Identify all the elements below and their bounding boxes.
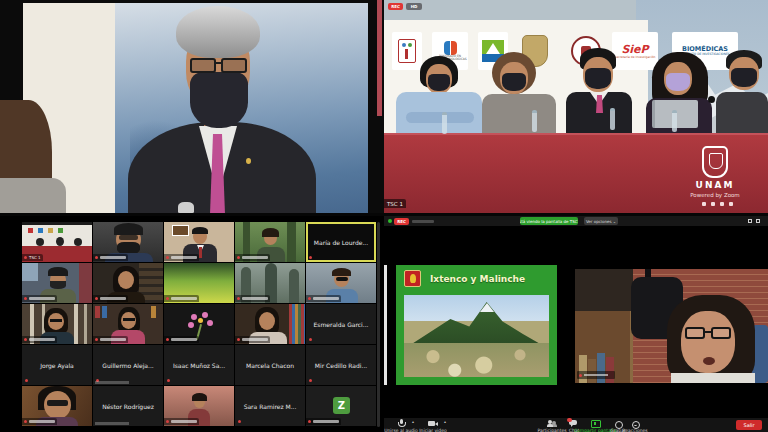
video-edge-sliver: [377, 0, 382, 116]
participant-tile[interactable]: Z: [306, 386, 376, 426]
rec-badge: REC: [388, 3, 403, 10]
table-microphone: [708, 96, 715, 103]
microphone: [178, 202, 194, 213]
participant-tile[interactable]: [22, 263, 92, 303]
glasses-left-lens: [685, 327, 705, 339]
quality-badge: HD: [406, 3, 422, 10]
powered-by-zoom-label: Powered by Zoom: [680, 192, 750, 198]
screenshare-pane: REC Está viendo la pantalla de TSC 1 Ver…: [384, 216, 768, 432]
participant-tile[interactable]: [93, 263, 163, 303]
glasses-left-lens: [190, 58, 216, 73]
participant-tile[interactable]: [22, 304, 92, 344]
tile-name-label: Esmeralda Garci...: [313, 321, 368, 328]
zoom-toolbar: Unirse al audio▴ Iniciar video▴ Particip…: [384, 418, 768, 432]
tile-name-label: Néstor Rodríguez: [102, 403, 154, 410]
glasses-right-lens: [221, 58, 247, 73]
lapel-pin: [246, 158, 251, 164]
participant-tile[interactable]: [93, 304, 163, 344]
mouth-open-talking: [703, 357, 715, 365]
participant-tile[interactable]: [306, 263, 376, 303]
participant-tile[interactable]: [164, 263, 234, 303]
tile-name-label: TSC 1: [29, 255, 41, 260]
presenter-blouse: [671, 373, 755, 383]
siep-label: SieP: [621, 43, 648, 56]
shared-slide: Ixtenco y Malinche: [396, 265, 557, 385]
unam-tablecloth-crest: [702, 146, 728, 178]
shelf-shadow: [575, 269, 633, 311]
view-options-dropdown[interactable]: Ver opciones ⌄: [584, 217, 618, 225]
unam-wordmark: UNAM: [690, 180, 740, 190]
water-bottle: [442, 112, 447, 134]
facmed-crest-logo: [392, 32, 422, 70]
tile-name-label: Sara Ramirez M...: [244, 403, 297, 410]
glasses-bridge: [705, 331, 711, 333]
join-audio-button[interactable]: Unirse al audio▴: [386, 419, 416, 432]
active-speaker-tile[interactable]: María de Lourde...: [306, 222, 376, 262]
participant-tile[interactable]: [235, 263, 305, 303]
glasses-bridge: [214, 62, 222, 64]
mic-icon: [396, 419, 406, 428]
fullscreen-icon[interactable]: [748, 219, 752, 223]
glasses-right-lens: [711, 327, 731, 339]
share-screen-icon: [590, 419, 600, 428]
participant-tile[interactable]: Mir Cedillo Radi...: [306, 345, 376, 385]
participant-tile[interactable]: Guillermo Aleja...: [93, 345, 163, 385]
participant-tile[interactable]: [235, 304, 305, 344]
gray-hair: [176, 6, 260, 58]
participant-tile[interactable]: [93, 222, 163, 262]
rec-badge: REC: [394, 218, 409, 225]
participant-tile[interactable]: Jorge Ayala: [22, 345, 92, 385]
recording-status-text: [412, 220, 434, 223]
tablecloth-icons: [702, 202, 742, 206]
participant-tile[interactable]: Isaac Muñoz Sa...: [164, 345, 234, 385]
panel-room-video-pane: POSGRADO EN CIENCIAS BIOLÓGICAS SieP Sec…: [384, 0, 768, 213]
chat-notification-badge: [567, 418, 572, 422]
presenter-name-label: [577, 371, 615, 379]
participant-tile[interactable]: [164, 222, 234, 262]
water-bottle: [610, 108, 615, 130]
tile-name-label: Jorge Ayala: [40, 362, 73, 369]
second-person-sweater: [0, 178, 66, 213]
participants-icon: [547, 419, 557, 428]
water-bottle: [532, 110, 537, 132]
presenter-video: [575, 269, 768, 383]
exit-fullscreen-icon[interactable]: [756, 219, 760, 223]
meeting-topbar: REC Está viendo la pantalla de TSC 1 Ver…: [384, 216, 768, 226]
siep-logo: SieP Secretaría de Investigación: [612, 32, 658, 70]
start-video-button[interactable]: Iniciar video▴: [418, 419, 448, 432]
participant-tile[interactable]: Esmeralda Garci...: [306, 304, 376, 344]
encryption-dot: [388, 219, 392, 223]
participant-tile[interactable]: [22, 386, 92, 426]
tile-name-label: Mir Cedillo Radi...: [315, 362, 367, 369]
camera-icon: [428, 419, 438, 428]
terrain-foreground: [404, 343, 549, 377]
participant-tile[interactable]: Sara Ramirez M...: [235, 386, 305, 426]
participant-tile[interactable]: [164, 386, 234, 426]
participant-name-label: TSC 1: [384, 199, 406, 208]
ixtenco-emblem: [404, 270, 421, 287]
tile-name-label: Guillermo Aleja...: [102, 362, 153, 369]
tile-name-label: María de Lourde...: [314, 239, 368, 246]
chat-icon: [569, 419, 579, 428]
participant-tile[interactable]: [164, 304, 234, 344]
book: [606, 357, 614, 383]
malinche-terrain-image: [404, 295, 549, 377]
slide-title: Ixtenco y Malinche: [430, 274, 525, 284]
participant-tile[interactable]: Marcela Chacon: [235, 345, 305, 385]
tile-name-label: Marcela Chacon: [246, 362, 294, 369]
speaker-video-pane: [0, 0, 384, 213]
water-bottle: [672, 110, 677, 132]
viewing-screen-banner: Está viendo la pantalla de TSC 1: [520, 217, 578, 225]
zoom-meeting-screen: POSGRADO EN CIENCIAS BIOLÓGICAS SieP Sec…: [0, 0, 768, 432]
participant-tile[interactable]: [235, 222, 305, 262]
tile-name-label: Isaac Muñoz Sa...: [173, 362, 225, 369]
leave-meeting-button[interactable]: Salir: [736, 420, 762, 430]
reactions-icon: [630, 419, 640, 428]
participant-tile[interactable]: Néstor Rodríguez: [93, 386, 163, 426]
gallery-pane: TSC 1 María de Lourde: [0, 216, 384, 432]
reactions-button[interactable]: Reacciones: [620, 419, 650, 432]
participant-tile[interactable]: TSC 1: [22, 222, 92, 262]
slide-edge-sliver: [384, 265, 387, 385]
zoom-avatar-letter: Z: [338, 400, 345, 411]
gallery-scrollbar[interactable]: [377, 222, 380, 427]
